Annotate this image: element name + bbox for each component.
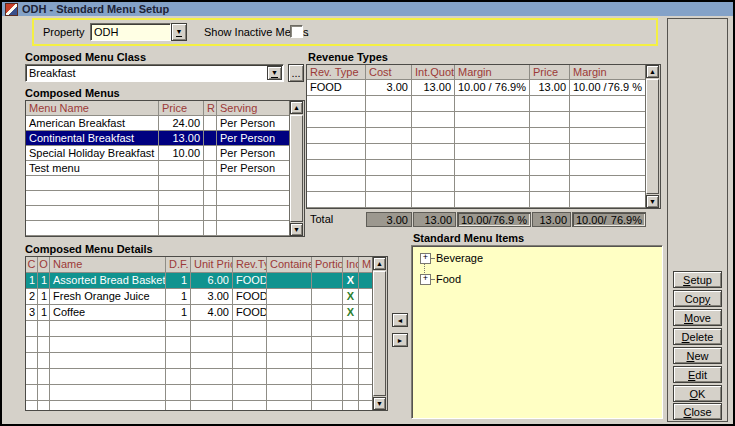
col-int-quote: Int.Quote bbox=[412, 65, 455, 80]
revenue-row[interactable]: FOOD 3.00 13.00 10.00 /76.9% 13.00 10.00… bbox=[307, 80, 660, 96]
scroll-down-button[interactable]: ▼ bbox=[646, 195, 659, 208]
tree-node-label[interactable]: Beverage bbox=[436, 252, 483, 264]
col-serving: Serving bbox=[217, 101, 290, 116]
composed-menus-label: Composed Menus bbox=[25, 87, 120, 99]
scroll-up-button[interactable]: ▲ bbox=[290, 101, 303, 114]
arrow-left-icon: ◄ bbox=[397, 317, 404, 324]
menu-row-empty[interactable] bbox=[26, 176, 304, 191]
menu-row[interactable]: Special Holiday Breakfast 10.00 Per Pers… bbox=[26, 146, 304, 161]
revenue-row-empty[interactable] bbox=[307, 160, 660, 176]
scroll-down-button[interactable]: ▼ bbox=[373, 397, 386, 410]
tree-node-food[interactable]: + Food bbox=[420, 273, 461, 285]
arrow-down-icon: ▼ bbox=[649, 198, 656, 205]
col-m: M bbox=[359, 257, 373, 273]
composed-menu-class-value: Breakfast bbox=[29, 67, 75, 79]
tree-expand-icon[interactable]: + bbox=[420, 274, 431, 285]
dropdown-arrow-icon: ▼ bbox=[271, 69, 278, 78]
scrollbar-thumb[interactable] bbox=[290, 115, 303, 222]
detail-row-empty[interactable] bbox=[26, 369, 387, 385]
class-ellipsis-button[interactable]: ... bbox=[288, 64, 304, 82]
detail-row[interactable]: 3 1 Coffee 1 4.00 FOOD X bbox=[26, 305, 387, 321]
details-header: C O Name D.F. Unit Price Rev.Typ Contain… bbox=[26, 257, 387, 273]
col-price: Price bbox=[530, 65, 570, 80]
menu-row[interactable]: Test menu Per Person bbox=[26, 161, 304, 176]
scrollbar-thumb[interactable] bbox=[646, 79, 659, 194]
menu-row-empty[interactable] bbox=[26, 206, 304, 221]
col-r: R bbox=[204, 101, 217, 116]
show-inactive-menus-checkbox[interactable] bbox=[290, 25, 303, 38]
move-button[interactable]: Move bbox=[673, 309, 722, 326]
total-price: 13.00 bbox=[532, 212, 571, 227]
menu-row-selected[interactable]: Continental Breakfast 13.00 Per Person bbox=[26, 131, 304, 146]
col-margin-2: Margin bbox=[570, 65, 646, 80]
detail-row-empty[interactable] bbox=[26, 337, 387, 353]
property-label: Property bbox=[43, 26, 85, 38]
scrollbar-thumb[interactable] bbox=[373, 271, 386, 396]
tree-node-beverage[interactable]: + Beverage bbox=[420, 252, 483, 264]
menus-scrollbar[interactable]: ▲ ▼ bbox=[289, 101, 304, 236]
property-combobox[interactable]: ODH bbox=[90, 23, 171, 41]
total-label: Total bbox=[310, 213, 333, 225]
menu-row-empty[interactable] bbox=[26, 191, 304, 206]
revenue-row-empty[interactable] bbox=[307, 176, 660, 192]
scroll-down-button[interactable]: ▼ bbox=[290, 223, 303, 236]
detail-row-empty[interactable] bbox=[26, 401, 387, 411]
arrow-down-icon: ▼ bbox=[293, 226, 300, 233]
revenue-row-empty[interactable] bbox=[307, 96, 660, 112]
revenue-row-empty[interactable] bbox=[307, 112, 660, 128]
menu-row-empty[interactable] bbox=[26, 221, 304, 236]
revenue-row-empty[interactable] bbox=[307, 192, 660, 208]
detail-row-selected[interactable]: 1 1 Assorted Bread Basket 1 6.00 FOOD X bbox=[26, 273, 387, 289]
delete-button[interactable]: Delete bbox=[673, 328, 722, 345]
detail-row-empty[interactable] bbox=[26, 385, 387, 401]
window-title: ODH - Standard Menu Setup bbox=[22, 3, 169, 16]
setup-button[interactable]: Setup bbox=[673, 271, 722, 288]
title-bar[interactable]: ODH - Standard Menu Setup bbox=[2, 2, 733, 16]
revenue-types-label: Revenue Types bbox=[308, 51, 388, 63]
composed-menus-header: Menu Name Price R Serving bbox=[26, 101, 304, 116]
detail-row-empty[interactable] bbox=[26, 353, 387, 369]
col-o: O bbox=[38, 257, 50, 273]
property-value: ODH bbox=[94, 26, 118, 38]
revenue-row-empty[interactable] bbox=[307, 144, 660, 160]
col-margin-1: Margin bbox=[455, 65, 530, 80]
composed-menu-details-label: Composed Menu Details bbox=[25, 243, 153, 255]
col-name: Name bbox=[50, 257, 166, 273]
col-menu-name: Menu Name bbox=[26, 101, 159, 116]
menu-row[interactable]: American Breakfast 24.00 Per Person bbox=[26, 116, 304, 131]
col-portion: Portion bbox=[312, 257, 343, 273]
scroll-up-button[interactable]: ▲ bbox=[646, 65, 659, 78]
standard-menu-items-label: Standard Menu Items bbox=[413, 232, 524, 244]
revenue-types-table: Rev. Type Cost Int.Quote Margin Price Ma… bbox=[306, 64, 661, 209]
composed-menu-details-table: C O Name D.F. Unit Price Rev.Typ Contain… bbox=[25, 256, 388, 411]
scroll-up-button[interactable]: ▲ bbox=[373, 257, 386, 270]
composed-menu-class-label: Composed Menu Class bbox=[25, 51, 146, 63]
new-button[interactable]: New bbox=[673, 347, 722, 364]
close-button[interactable]: Close bbox=[673, 403, 722, 420]
revenue-row-empty[interactable] bbox=[307, 128, 660, 144]
revenue-scrollbar[interactable]: ▲ ▼ bbox=[645, 65, 660, 208]
col-inc: Inc bbox=[343, 257, 359, 273]
detail-row-empty[interactable] bbox=[26, 321, 387, 337]
col-df: D.F. bbox=[166, 257, 191, 273]
col-rev-type: Rev. Type bbox=[307, 65, 366, 80]
standard-menu-items-panel: + Beverage + Food bbox=[411, 245, 663, 419]
tree-expand-icon[interactable]: + bbox=[420, 253, 431, 264]
property-dropdown-button[interactable]: ▼ bbox=[171, 23, 187, 41]
arrow-up-icon: ▲ bbox=[649, 68, 656, 75]
composed-menus-table: Menu Name Price R Serving American Break… bbox=[25, 100, 305, 237]
class-dropdown-button[interactable]: ▼ bbox=[267, 66, 282, 80]
move-left-button[interactable]: ◄ bbox=[392, 313, 408, 327]
detail-row[interactable]: 2 1 Fresh Orange Juice 1 3.00 FOOD X bbox=[26, 289, 387, 305]
edit-button[interactable]: Edit bbox=[673, 366, 722, 383]
tree-dash bbox=[431, 258, 435, 259]
details-scrollbar[interactable]: ▲ ▼ bbox=[372, 257, 387, 410]
revenue-types-header: Rev. Type Cost Int.Quote Margin Price Ma… bbox=[307, 65, 660, 80]
arrow-right-icon: ► bbox=[397, 337, 404, 344]
tree-node-label[interactable]: Food bbox=[436, 273, 461, 285]
move-right-button[interactable]: ► bbox=[392, 333, 408, 347]
composed-menu-class-combobox[interactable]: Breakfast bbox=[25, 64, 284, 82]
copy-button[interactable]: Copy bbox=[673, 290, 722, 307]
ellipsis-icon: ... bbox=[291, 67, 300, 79]
ok-button[interactable]: OK bbox=[673, 385, 722, 402]
